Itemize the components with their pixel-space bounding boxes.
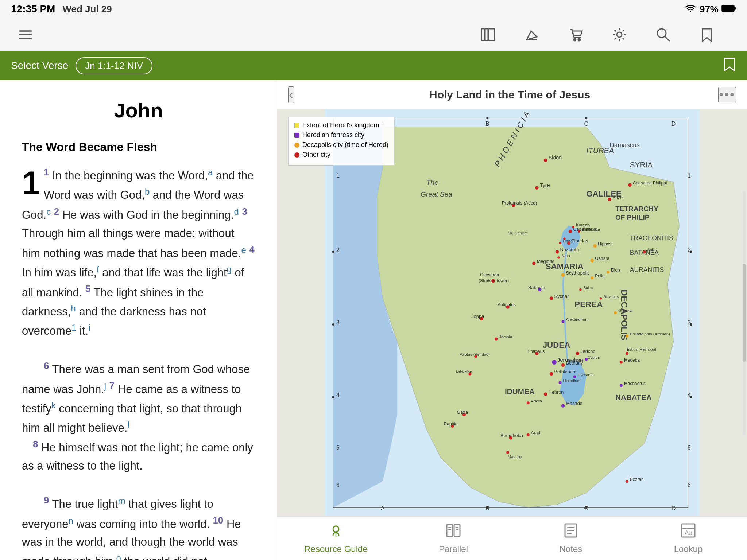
svg-point-121 <box>495 338 498 341</box>
svg-point-90 <box>578 230 580 233</box>
legend-color-other-city <box>294 152 299 158</box>
svg-text:C: C <box>584 121 589 127</box>
svg-point-48 <box>576 352 580 355</box>
svg-point-140 <box>643 250 646 253</box>
svg-point-42 <box>552 360 557 365</box>
svg-point-115 <box>579 288 581 291</box>
svg-text:(Strato's Tower): (Strato's Tower) <box>479 278 509 283</box>
svg-point-105 <box>591 276 593 279</box>
svg-point-94 <box>557 256 560 258</box>
svg-point-86 <box>608 198 611 201</box>
status-date: Wed Jul 29 <box>62 4 112 15</box>
resource-guide-label: Resource Guide <box>304 544 367 554</box>
svg-text:6: 6 <box>688 482 691 488</box>
svg-text:Korazin: Korazin <box>576 223 590 227</box>
green-bookmark-icon[interactable] <box>723 57 736 74</box>
bible-text-panel[interactable]: John The Word Became Flesh 1 1 In the be… <box>0 80 277 560</box>
svg-text:5: 5 <box>336 444 340 451</box>
settings-icon[interactable] <box>608 24 630 46</box>
svg-text:TETRARCHY: TETRARCHY <box>615 205 658 213</box>
svg-point-117 <box>600 297 602 299</box>
svg-text:Nazareth: Nazareth <box>560 247 579 252</box>
svg-text:SYRIA: SYRIA <box>630 160 653 169</box>
svg-text:Megiddo: Megiddo <box>537 258 555 264</box>
lookup-label: Lookup <box>674 544 703 554</box>
svg-point-127 <box>527 401 530 404</box>
svg-text:OF PHILIP: OF PHILIP <box>615 214 650 221</box>
book-title: John <box>22 98 255 122</box>
svg-point-162 <box>486 117 488 119</box>
svg-point-80 <box>590 259 594 262</box>
svg-text:5: 5 <box>688 444 691 451</box>
nav-resource-guide[interactable]: Resource Guide <box>277 517 395 560</box>
svg-text:AURANITIS: AURANITIS <box>630 266 664 273</box>
map-scrollbar-thumb[interactable] <box>743 264 746 362</box>
svg-point-59 <box>544 392 547 396</box>
svg-text:Joppa: Joppa <box>471 314 484 319</box>
svg-text:Scythopolis: Scythopolis <box>566 270 589 276</box>
svg-text:Beersheba: Beersheba <box>500 433 523 438</box>
svg-text:Medeba: Medeba <box>624 358 640 363</box>
svg-point-131 <box>559 381 562 384</box>
svg-text:Aa: Aa <box>685 530 692 536</box>
verse-7-num: 7 <box>109 380 115 391</box>
svg-rect-174 <box>454 525 460 536</box>
svg-text:Great Sea: Great Sea <box>421 190 452 198</box>
svg-text:Philadelphia (Amman): Philadelphia (Amman) <box>630 332 670 336</box>
svg-text:Ptolemais (Acco): Ptolemais (Acco) <box>502 200 537 206</box>
svg-text:Pella: Pella <box>595 273 605 279</box>
svg-point-61 <box>561 404 565 408</box>
highlights-icon[interactable] <box>521 24 543 46</box>
svg-text:NABATEA: NABATEA <box>615 393 652 401</box>
svg-point-136 <box>506 451 509 454</box>
bookmark-icon[interactable] <box>696 24 718 46</box>
library-icon[interactable] <box>477 24 499 46</box>
svg-text:Salim: Salim <box>583 286 593 290</box>
svg-point-82 <box>593 244 597 248</box>
map-area[interactable]: Extent of Herod's kingdom Herodian fortr… <box>277 109 747 516</box>
svg-point-168 <box>332 396 334 398</box>
svg-point-165 <box>585 506 587 509</box>
svg-point-40 <box>556 250 559 254</box>
svg-point-38 <box>569 230 572 233</box>
svg-point-9 <box>574 39 576 41</box>
svg-point-113 <box>620 384 623 387</box>
svg-point-119 <box>562 320 565 323</box>
legend-item-decapolis: Decapolis city (time of Herod) <box>294 141 388 149</box>
nav-notes[interactable]: Notes <box>512 517 630 560</box>
svg-point-68 <box>561 273 565 277</box>
svg-text:Bethsaida: Bethsaida <box>582 227 600 232</box>
svg-text:Hazor: Hazor <box>612 195 624 200</box>
svg-text:Jericho: Jericho <box>580 349 595 354</box>
nav-parallel[interactable]: Parallel <box>395 517 512 560</box>
nav-lookup[interactable]: Aa Lookup <box>630 517 747 560</box>
verse-9-num: 9 <box>44 495 49 506</box>
battery-icon <box>721 3 736 15</box>
svg-point-11 <box>617 32 622 37</box>
verse-badge[interactable]: Jn 1:1-12 NIV <box>76 57 152 74</box>
svg-point-92 <box>559 242 561 244</box>
cart-icon[interactable] <box>565 24 587 46</box>
main-content: John The Word Became Flesh 1 1 In the be… <box>0 80 747 560</box>
select-verse-button[interactable]: Select Verse <box>11 60 68 71</box>
svg-text:D: D <box>671 505 676 512</box>
notes-icon <box>563 522 579 542</box>
svg-text:Hippos: Hippos <box>598 241 611 246</box>
svg-point-133 <box>585 358 588 361</box>
svg-text:Nain: Nain <box>562 253 570 258</box>
svg-text:Azotus (Ashdod): Azotus (Ashdod) <box>460 352 490 357</box>
back-button[interactable]: ‹ <box>288 86 294 103</box>
map-scrollbar[interactable] <box>743 191 746 435</box>
svg-point-167 <box>332 323 334 326</box>
svg-point-138 <box>626 352 628 355</box>
svg-text:IDUMEA: IDUMEA <box>505 387 535 396</box>
svg-text:Sychar: Sychar <box>554 293 569 299</box>
more-options-button[interactable]: ••• <box>718 87 736 102</box>
svg-point-129 <box>573 375 576 378</box>
search-icon[interactable] <box>652 24 674 46</box>
svg-point-103 <box>614 311 617 314</box>
menu-button[interactable] <box>15 24 36 46</box>
svg-text:D: D <box>671 121 676 127</box>
battery-percentage: 97% <box>700 4 719 15</box>
svg-point-111 <box>620 361 623 364</box>
